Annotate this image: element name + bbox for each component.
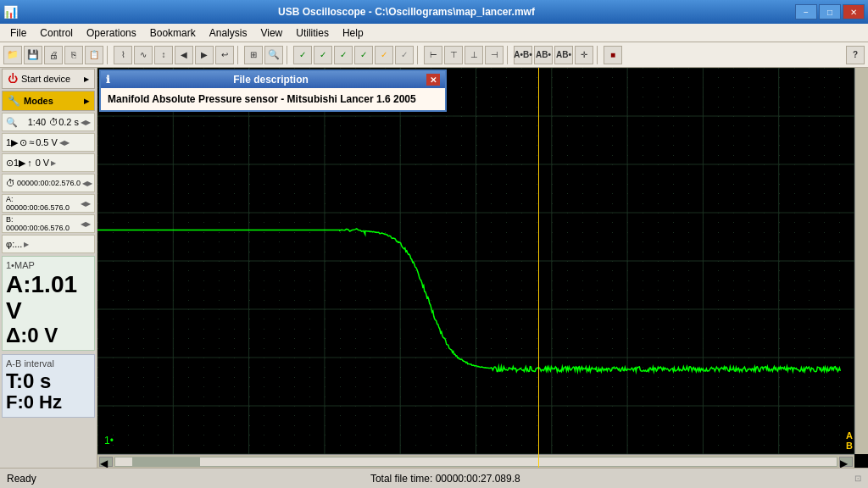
menu-item-analysis[interactable]: Analysis [203, 25, 254, 41]
reading-t-value: T:0 s [6, 370, 91, 392]
menu-item-utilities[interactable]: Utilities [289, 25, 336, 41]
maximize-button[interactable]: □ [819, 4, 841, 19]
zoom-cursor-button[interactable] [264, 46, 283, 64]
toolbar: ⎘ 📋 ⌇ ∿ ↕ ◀ ▶ ⊞ ✓ ✓ ✓ ✓ ✓ ✓ ⊢ ⊤ ⊥ ⊣ A•B•… [0, 42, 868, 68]
check-btn6[interactable]: ✓ [395, 46, 414, 64]
file-desc-title-text: File description [233, 74, 309, 86]
channel-num: 1▶ [6, 137, 18, 148]
time-div-value: 1:40 [28, 117, 46, 127]
undo-button[interactable] [215, 46, 234, 64]
left-panel: ⏻ Start device ▶ 🔧 Modes ▶ 🔍 1:40 ⏱ 0.2 … [0, 68, 97, 468]
measure-btn2[interactable]: ⊤ [444, 46, 463, 64]
cursor-a-arrow: ◀▶ [81, 200, 91, 208]
phi-row[interactable]: φ:... ▶ [2, 235, 95, 253]
channel-marker: 1• [104, 435, 114, 446]
modes-icon: 🔧 [8, 95, 20, 107]
a-label-button[interactable]: A•B• [514, 46, 532, 64]
check-btn3[interactable]: ✓ [334, 46, 353, 64]
title-left: 📊 [3, 5, 18, 19]
menu-item-view[interactable]: View [253, 25, 289, 41]
horizontal-scrollbar[interactable]: ◀ ▶ [97, 454, 854, 468]
time-div-row[interactable]: 🔍 1:40 ⏱ 0.2 s ◀▶ [2, 113, 95, 131]
channel-reading-label: 1•MAP [6, 260, 91, 270]
window-controls: − □ ✕ [795, 4, 865, 19]
sep4 [417, 46, 420, 64]
start-device-button[interactable]: ⏻ Start device ▶ [2, 69, 95, 89]
menu-item-operations[interactable]: Operations [80, 25, 143, 41]
sep6 [597, 46, 600, 64]
menu-item-file[interactable]: File [3, 25, 33, 41]
cursor-a-row[interactable]: A: 00000:00:06.576.0 ◀▶ [2, 194, 95, 213]
check-btn2[interactable]: ✓ [314, 46, 332, 64]
time-step-value: 0.2 s [58, 117, 79, 127]
help-button[interactable]: ? [846, 46, 865, 64]
sep3 [287, 46, 290, 64]
power-icon: ⏻ [8, 73, 18, 85]
oscilloscope-canvas[interactable]: ℹ File description ✕ Manifold Absolute P… [97, 68, 868, 468]
file-description-title: ℹ File description ✕ [101, 71, 445, 88]
cursor-a-value: A: 00000:00:06.576.0 [6, 195, 79, 212]
b-label-button[interactable]: AB• [534, 46, 553, 64]
check-btn1[interactable]: ✓ [293, 46, 312, 64]
scroll-right-button[interactable]: ▶ [839, 457, 853, 467]
copy-button[interactable]: ⎘ [64, 46, 83, 64]
open-file-button[interactable] [3, 46, 22, 64]
zoom-region-button[interactable]: ⊞ [244, 46, 263, 64]
file-description-content: Manifold Absolute Pressure sensor - Mits… [101, 88, 445, 110]
sep5 [507, 46, 510, 64]
menu-item-bookmark[interactable]: Bookmark [143, 25, 203, 41]
menu-item-help[interactable]: Help [336, 25, 370, 41]
timestamp-value: 00000:00:02.576.0 [17, 179, 81, 187]
trigger-row[interactable]: ⊙1▶ ↑ 0 V ▶ [2, 153, 95, 172]
trigger-icon: ⊙1▶ [6, 158, 25, 169]
volt-div-row[interactable]: 1▶ ⊙ ≈ 0.5 V ◀▶ [2, 133, 95, 152]
save-button[interactable] [24, 46, 42, 64]
menu-bar: FileControlOperationsBookmarkAnalysisVie… [0, 24, 868, 42]
file-description-popup: ℹ File description ✕ Manifold Absolute P… [99, 69, 447, 112]
check-btn5[interactable]: ✓ [375, 46, 393, 64]
reading-a-value: A:1.01 V [6, 272, 91, 324]
check-btn4[interactable]: ✓ [354, 46, 373, 64]
signal-btn1[interactable]: ⌇ [114, 46, 132, 64]
scroll-thumb[interactable] [132, 458, 200, 466]
scroll-track [114, 457, 837, 467]
minimize-button[interactable]: − [795, 4, 817, 19]
cursor-b-row[interactable]: B: 00000:00:06.576.0 ◀▶ [2, 214, 95, 233]
measure-btn1[interactable]: ⊢ [424, 46, 442, 64]
file-desc-close-button[interactable]: ✕ [426, 74, 440, 86]
time-step-icon: ⏱ [49, 117, 58, 127]
ab-label-button[interactable]: AB• [554, 46, 573, 64]
print-button[interactable] [44, 46, 63, 64]
reading-delta-value: Δ:0 V [6, 324, 91, 347]
signal-btn3[interactable]: ↕ [154, 46, 173, 64]
trigger-volt-value: 0 V [36, 158, 50, 168]
timestamp-row[interactable]: ⏱ 00000:00:02.576.0 ◀▶ [2, 174, 95, 192]
measure-btn4[interactable]: ⊣ [485, 46, 504, 64]
sep1 [107, 46, 110, 64]
arrow-left-button[interactable]: ◀ [175, 46, 193, 64]
phi-arrow: ▶ [24, 241, 29, 248]
total-file-time: Total file time: 00000:00:27.089.8 [370, 473, 520, 485]
trigger-arrow-icon: ↑ [27, 158, 32, 168]
cursor-mode-button[interactable]: ✛ [575, 46, 593, 64]
paste-button[interactable]: 📋 [85, 46, 103, 64]
status-bar: Ready Total file time: 00000:00:27.089.8… [0, 468, 868, 488]
stop-record-button[interactable]: ■ [604, 46, 622, 64]
signal-btn2[interactable]: ∿ [134, 46, 153, 64]
modes-button[interactable]: 🔧 Modes ▶ [2, 91, 95, 111]
oscilloscope-area: ℹ File description ✕ Manifold Absolute P… [97, 68, 868, 468]
ab-marker: AB [846, 430, 853, 451]
readings-area: 1•MAP A:1.01 V Δ:0 V [2, 256, 95, 351]
measure-btn3[interactable]: ⊥ [465, 46, 483, 64]
scroll-left-button[interactable]: ◀ [99, 457, 113, 467]
arrow-right-button[interactable]: ▶ [195, 46, 214, 64]
vertical-scrollbar[interactable] [854, 68, 868, 454]
start-device-label: Start device [21, 74, 70, 84]
cursor-b-arrow: ◀▶ [81, 220, 91, 228]
phi-value: φ:... [6, 239, 22, 249]
reading-f-value: F:0 Hz [6, 392, 91, 413]
cursor-b-value: B: 00000:00:06.576.0 [6, 215, 79, 232]
close-button[interactable]: ✕ [843, 4, 865, 19]
tilde-icon: ≈ [29, 137, 34, 147]
menu-item-control[interactable]: Control [33, 25, 80, 41]
